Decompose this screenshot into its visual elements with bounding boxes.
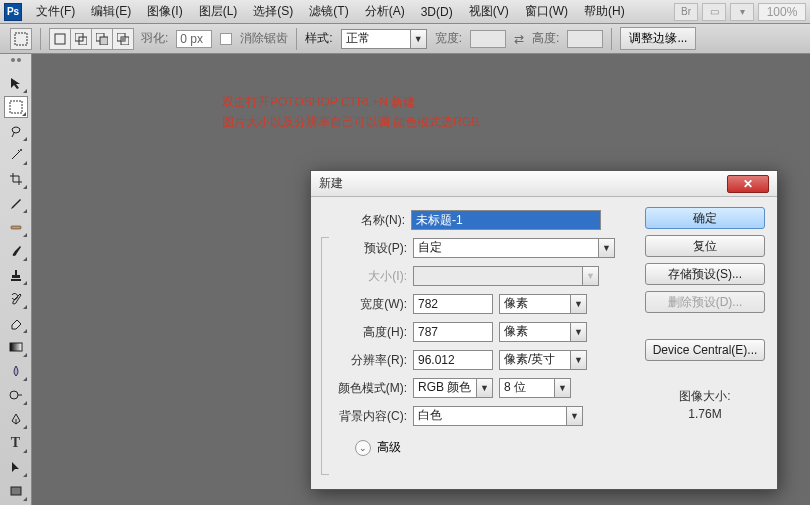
gradient-tool-icon[interactable] xyxy=(4,336,28,358)
group-bracket xyxy=(321,237,329,475)
device-central-button[interactable]: Device Central(E)... xyxy=(645,339,765,361)
advanced-toggle[interactable]: ⌄ 高级 xyxy=(355,439,633,456)
menu-window[interactable]: 窗口(W) xyxy=(517,0,576,23)
dialog-titlebar[interactable]: 新建 ✕ xyxy=(311,171,777,197)
toolbox-grip-icon[interactable] xyxy=(2,58,30,68)
brush-tool-icon[interactable] xyxy=(4,240,28,262)
width-unit-select[interactable]: 像素▼ xyxy=(499,294,587,314)
resolution-unit-select[interactable]: 像素/英寸▼ xyxy=(499,350,587,370)
marquee-tool-preset-icon[interactable] xyxy=(10,28,32,50)
menu-select[interactable]: 选择(S) xyxy=(245,0,301,23)
blur-tool-icon[interactable] xyxy=(4,360,28,382)
preset-select[interactable]: 自定▼ xyxy=(413,238,615,258)
refine-edge-button[interactable]: 调整边缘... xyxy=(620,27,696,50)
new-document-dialog: 新建 ✕ 名称(N): 预设(P): 自定▼ 大小(I): ▼ xyxy=(310,170,778,490)
screen-mode-icon[interactable]: ▭ xyxy=(702,3,726,21)
arrange-icon[interactable]: ▾ xyxy=(730,3,754,21)
style-label: 样式: xyxy=(305,30,332,47)
antialias-label: 消除锯齿 xyxy=(240,30,288,47)
svg-point-13 xyxy=(10,391,18,399)
menu-help[interactable]: 帮助(H) xyxy=(576,0,633,23)
name-input[interactable] xyxy=(411,210,601,230)
selection-new-icon[interactable] xyxy=(49,28,71,50)
close-icon[interactable]: ✕ xyxy=(727,175,769,193)
bit-depth-select[interactable]: 8 位▼ xyxy=(499,378,571,398)
dialog-title: 新建 xyxy=(319,175,343,192)
shape-tool-icon[interactable] xyxy=(4,480,28,502)
save-preset-button[interactable]: 存储预设(S)... xyxy=(645,263,765,285)
menu-layer[interactable]: 图层(L) xyxy=(191,0,246,23)
chevron-down-icon: ⌄ xyxy=(355,440,371,456)
menu-filter[interactable]: 滤镜(T) xyxy=(301,0,356,23)
menu-view[interactable]: 视图(V) xyxy=(461,0,517,23)
svg-rect-5 xyxy=(100,37,108,45)
menu-bar: Ps 文件(F) 编辑(E) 图像(I) 图层(L) 选择(S) 滤镜(T) 分… xyxy=(0,0,810,24)
menu-3d[interactable]: 3D(D) xyxy=(413,2,461,22)
width-input xyxy=(470,30,506,48)
selection-mode-group xyxy=(49,28,133,50)
options-bar: 羽化: 消除锯齿 样式: 正常▼ 宽度: ⇄ 高度: 调整边缘... xyxy=(0,24,810,54)
menu-file[interactable]: 文件(F) xyxy=(28,0,83,23)
size-select: ▼ xyxy=(413,266,599,286)
toolbox: T xyxy=(0,54,32,505)
swap-icon: ⇄ xyxy=(514,32,524,46)
svg-rect-1 xyxy=(55,34,65,44)
height-unit-select[interactable]: 像素▼ xyxy=(499,322,587,342)
height-input xyxy=(567,30,603,48)
menu-analysis[interactable]: 分析(A) xyxy=(357,0,413,23)
move-tool-icon[interactable] xyxy=(4,72,28,94)
width-input[interactable] xyxy=(413,294,493,314)
preset-label: 预设(P): xyxy=(325,240,413,257)
svg-rect-8 xyxy=(121,37,125,41)
overlay-line1: 双击打开POTOSHOP CTRL+N 新建 xyxy=(222,92,479,112)
ok-button[interactable]: 确定 xyxy=(645,207,765,229)
name-label: 名称(N): xyxy=(323,212,411,229)
menu-edit[interactable]: 编辑(E) xyxy=(83,0,139,23)
bridge-icon[interactable]: Br xyxy=(674,3,698,21)
type-tool-icon[interactable]: T xyxy=(4,432,28,454)
pen-tool-icon[interactable] xyxy=(4,408,28,430)
wand-tool-icon[interactable] xyxy=(4,144,28,166)
feather-label: 羽化: xyxy=(141,30,168,47)
width-label: 宽度(W): xyxy=(325,296,413,313)
image-size-info: 图像大小: 1.76M xyxy=(645,387,765,423)
background-select[interactable]: 白色▼ xyxy=(413,406,583,426)
eraser-tool-icon[interactable] xyxy=(4,312,28,334)
lasso-tool-icon[interactable] xyxy=(4,120,28,142)
svg-rect-0 xyxy=(15,33,27,45)
crop-tool-icon[interactable] xyxy=(4,168,28,190)
color-mode-label: 颜色模式(M): xyxy=(325,380,413,397)
healing-tool-icon[interactable] xyxy=(4,216,28,238)
color-mode-select[interactable]: RGB 颜色▼ xyxy=(413,378,493,398)
zoom-level[interactable]: 100% xyxy=(758,3,806,21)
stamp-tool-icon[interactable] xyxy=(4,264,28,286)
selection-intersect-icon[interactable] xyxy=(112,28,134,50)
advanced-label: 高级 xyxy=(377,439,401,456)
style-select[interactable]: 正常▼ xyxy=(341,29,427,49)
resolution-input[interactable] xyxy=(413,350,493,370)
svg-rect-12 xyxy=(10,343,22,351)
height-input[interactable] xyxy=(413,322,493,342)
selection-add-icon[interactable] xyxy=(70,28,92,50)
divider xyxy=(296,28,297,50)
overlay-line2: 图片大小以及分辨率自己可以调 颜色模式选RGB xyxy=(222,112,479,132)
history-brush-tool-icon[interactable] xyxy=(4,288,28,310)
width-label: 宽度: xyxy=(435,30,462,47)
svg-point-10 xyxy=(20,149,22,151)
svg-rect-14 xyxy=(11,487,21,495)
height-label: 高度(H): xyxy=(325,324,413,341)
divider xyxy=(611,28,612,50)
eyedropper-tool-icon[interactable] xyxy=(4,192,28,214)
dodge-tool-icon[interactable] xyxy=(4,384,28,406)
svg-rect-9 xyxy=(10,101,22,113)
feather-input[interactable] xyxy=(176,30,212,48)
reset-button[interactable]: 复位 xyxy=(645,235,765,257)
background-label: 背景内容(C): xyxy=(325,408,413,425)
marquee-tool-icon[interactable] xyxy=(4,96,28,118)
menu-image[interactable]: 图像(I) xyxy=(139,0,190,23)
image-size-label: 图像大小: xyxy=(645,387,765,405)
resolution-label: 分辨率(R): xyxy=(325,352,413,369)
overlay-instructions: 双击打开POTOSHOP CTRL+N 新建 图片大小以及分辨率自己可以调 颜色… xyxy=(222,92,479,132)
selection-subtract-icon[interactable] xyxy=(91,28,113,50)
path-select-tool-icon[interactable] xyxy=(4,456,28,478)
